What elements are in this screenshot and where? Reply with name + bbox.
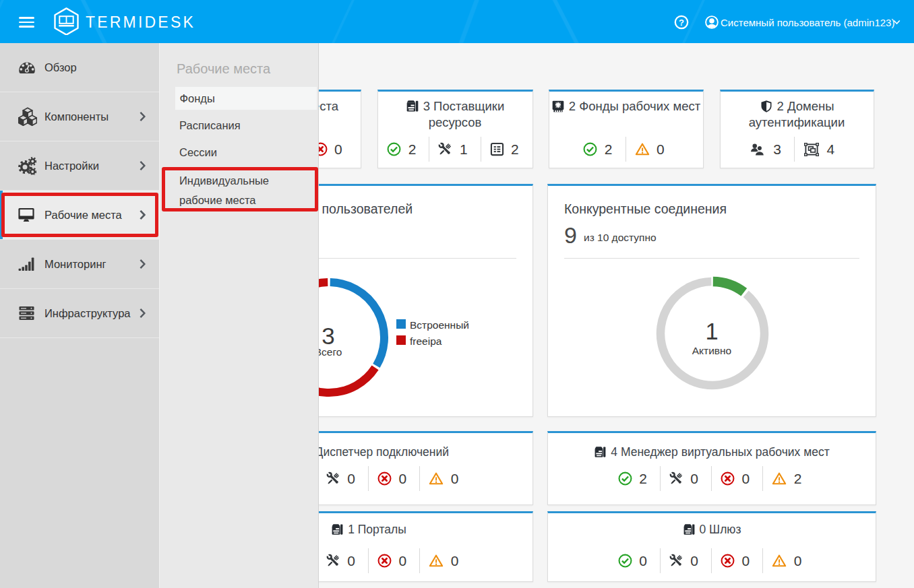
svg-text:?: ? [679, 18, 684, 28]
